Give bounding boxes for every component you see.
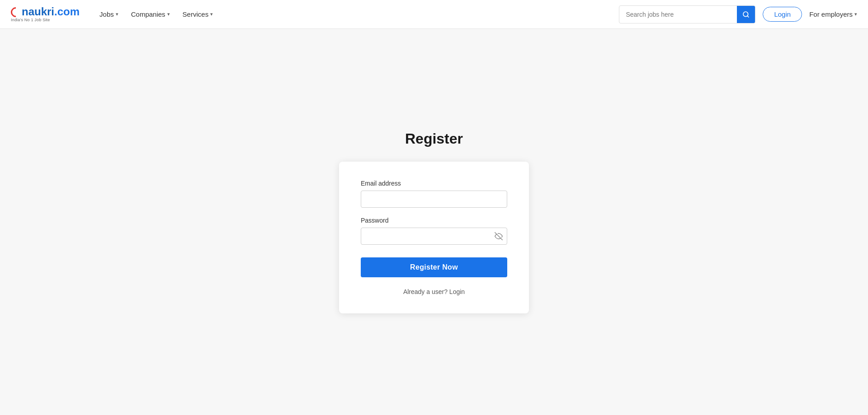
companies-chevron-icon: ▾ [167,11,170,17]
password-wrapper [361,228,507,245]
logo-com-text: .com [54,6,80,17]
search-area [619,5,755,23]
header-actions: Login For employers ▾ [763,7,857,22]
login-link[interactable]: Login [449,288,465,295]
already-user-text: Already a user? [403,288,448,295]
for-employers-chevron-icon: ▾ [854,11,857,17]
svg-line-1 [748,16,749,17]
register-card: Email address Password [339,162,529,313]
already-user-section: Already a user? Login [361,288,507,295]
logo-link[interactable]: naukri .com India's No 1 Job Site [11,6,80,22]
main-content: Register Email address Password [0,29,868,415]
logo-brand-text: naukri [22,6,54,17]
register-title: Register [405,131,463,147]
search-icon [742,11,750,18]
email-form-group: Email address [361,180,507,208]
password-form-group: Password [361,217,507,245]
jobs-chevron-icon: ▾ [116,11,118,17]
login-button[interactable]: Login [763,7,802,22]
main-nav: Jobs ▾ Companies ▾ Services ▾ [94,7,612,22]
services-chevron-icon: ▾ [210,11,213,17]
password-input[interactable] [361,228,507,245]
logo-arc-icon [9,5,23,19]
toggle-password-button[interactable] [495,232,503,240]
password-label: Password [361,217,507,224]
email-label: Email address [361,180,507,187]
nav-item-services[interactable]: Services ▾ [177,7,219,22]
eye-off-icon [495,232,503,240]
for-employers-menu[interactable]: For employers ▾ [809,10,857,18]
email-input[interactable] [361,191,507,208]
logo-tagline: India's No 1 Job Site [11,18,50,22]
nav-services-label: Services [183,10,209,18]
nav-item-jobs[interactable]: Jobs ▾ [94,7,124,22]
nav-companies-label: Companies [131,10,165,18]
search-container [619,5,755,23]
logo: naukri .com India's No 1 Job Site [11,6,80,22]
nav-item-companies[interactable]: Companies ▾ [126,7,175,22]
search-input[interactable] [619,7,737,22]
search-button[interactable] [737,6,755,23]
nav-jobs-label: Jobs [99,10,114,18]
header: naukri .com India's No 1 Job Site Jobs ▾… [0,0,868,29]
register-now-button[interactable]: Register Now [361,257,507,277]
for-employers-label: For employers [809,10,853,18]
register-container: Register Email address Password [9,131,859,313]
